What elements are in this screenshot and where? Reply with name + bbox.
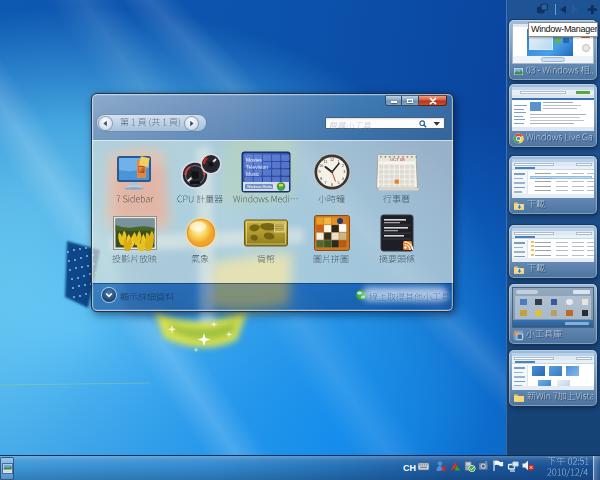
svg-text:Movies: Movies (246, 157, 262, 163)
svg-text:8: 8 (320, 177, 322, 181)
svg-text:10: 10 (319, 164, 323, 168)
svg-text:7: 7 (324, 181, 326, 185)
svg-text:5: 5 (337, 181, 339, 185)
svg-text:11: 11 (323, 160, 327, 164)
svg-text:6: 6 (330, 183, 332, 187)
svg-text:CH: CH (403, 463, 416, 473)
svg-text:Television: Television (246, 164, 268, 170)
svg-text:Music: Music (246, 171, 260, 177)
svg-text:OCT 08: OCT 08 (390, 157, 405, 162)
svg-text:2: 2 (341, 164, 343, 168)
svg-text:9: 9 (318, 170, 320, 174)
svg-text:12: 12 (329, 158, 333, 162)
svg-text:3: 3 (343, 170, 345, 174)
svg-text:4: 4 (341, 177, 343, 181)
